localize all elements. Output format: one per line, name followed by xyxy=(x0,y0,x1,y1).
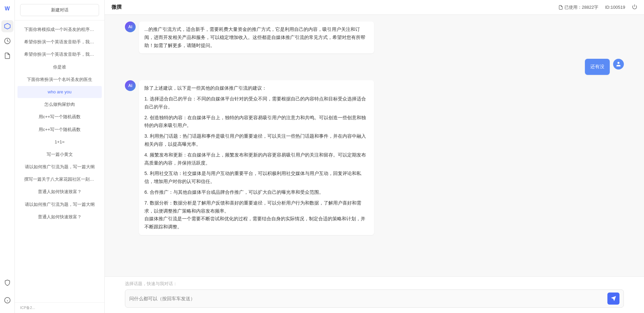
sidebar-item[interactable]: 普通人如何快速致富？ xyxy=(17,211,102,223)
ai-summary: 自媒体推广引流是一个需要不断尝试和优化的过程，需要结合自身的实际情况，制定合适的… xyxy=(144,215,369,231)
sidebar-item[interactable]: 请以如何推广引流为题，写一篇大纲 xyxy=(17,161,102,173)
header-right: 已使用：28822字 ID:100519 xyxy=(558,4,637,10)
sidebar-item[interactable]: 请以如何推广引流为题，写一篇大纲 xyxy=(17,198,102,211)
nav-home-icon[interactable] xyxy=(1,20,13,32)
ai-tip: 2. 创造独特的内容：在自媒体平台上，独特的内容更容易吸引用户的注意力和共鸣。可… xyxy=(144,114,369,130)
sidebar-item[interactable]: 怎么做狗屎炒肉 xyxy=(17,98,102,110)
sidebar: 新建对话 下面你将模拟成一个叫圣友的程序员，我说...希望你扮演一个英语发音助手… xyxy=(15,0,105,313)
sidebar-item[interactable]: 写一篇小黄文 xyxy=(17,148,102,161)
icon-bar: W xyxy=(0,0,15,313)
message-row: Ai ...的推广引流方式，适合新手，需要耗费大量资金的推广方式，它是利用自己的… xyxy=(125,21,624,53)
sidebar-list: 下面你将模拟成一个叫圣友的程序员，我说...希望你扮演一个英语发音助手，我提供给… xyxy=(15,20,104,302)
svg-point-6 xyxy=(617,62,619,64)
ai-tip: 3. 利用热门话题：热门话题和事件是吸引用户的重要途径，可以关注一些热门话题和事… xyxy=(144,132,369,148)
header-title: 微撰 xyxy=(111,4,122,10)
sidebar-item[interactable]: 撰写一篇关于八大家花园社区一刻钟便民生... xyxy=(17,173,102,185)
send-button[interactable] xyxy=(607,293,619,305)
user-bubble: 还有没 xyxy=(585,59,610,75)
message-row-user: 还有没 xyxy=(125,59,624,75)
user-icon xyxy=(615,61,622,67)
sidebar-item[interactable]: 1+1= xyxy=(17,136,102,148)
sidebar-item[interactable]: 希望你扮演一个英语发音助手，我提供给你... xyxy=(17,48,102,60)
ai-response-row: Ai 除了上述建议，以下是一些其他的自媒体推广引流的建议： 1. 选择适合自己的… xyxy=(125,80,624,235)
sidebar-top: 新建对话 xyxy=(15,0,104,20)
sidebar-item[interactable]: 希望你扮演一个英语发音助手，我提供给你... xyxy=(17,36,102,48)
ai-tip: 6. 合作推广：与其他自媒体平台或品牌合作推广，可以扩大自己的曝光率和受众范围。 xyxy=(144,188,369,196)
chat-input[interactable] xyxy=(129,296,605,301)
sidebar-item[interactable]: 普通人如何快速致富？ xyxy=(17,186,102,198)
svg-marker-8 xyxy=(611,296,616,301)
ai-avatar: Ai xyxy=(125,80,136,91)
header: 微撰 已使用：28822字 ID:100519 xyxy=(105,0,644,15)
sidebar-item[interactable]: 你是谁 xyxy=(17,61,102,73)
sidebar-item[interactable]: 下面你将模拟成一个叫圣友的程序员，我说... xyxy=(17,24,102,36)
quick-topics-label: 选择话题，快速与我对话： xyxy=(125,281,624,287)
truncated-text: ...的推广引流方式，适合新手，需要耗费大量资金的推广方式，它是利用自己的内容，… xyxy=(144,27,365,48)
sidebar-item[interactable]: who are you xyxy=(17,86,102,98)
new-chat-button[interactable]: 新建对话 xyxy=(20,4,99,16)
sidebar-footer: ICP备2... xyxy=(15,302,104,313)
nav-docs-icon[interactable] xyxy=(1,50,13,62)
nav-info-icon[interactable] xyxy=(1,294,13,306)
sidebar-item[interactable]: 用c++写一个随机函数 xyxy=(17,124,102,136)
input-area: 选择话题，快速与我对话： xyxy=(105,276,644,313)
app-logo: W xyxy=(3,4,12,13)
user-avatar xyxy=(613,59,624,70)
ai-bubble: 除了上述建议，以下是一些其他的自媒体推广引流的建议： 1. 选择适合自己的平台：… xyxy=(139,80,374,235)
ai-tip: 4. 频繁发布和更新：在自媒体平台上，频繁发布和更新的内容更容易吸引用户的关注和… xyxy=(144,151,369,167)
ai-intro: 除了上述建议，以下是一些其他的自媒体推广引流的建议： xyxy=(144,84,369,92)
usage-text: 已使用：28822字 xyxy=(564,4,598,10)
input-wrapper xyxy=(125,289,624,308)
bubble: ...的推广引流方式，适合新手，需要耗费大量资金的推广方式，它是利用自己的内容，… xyxy=(139,21,374,53)
nav-shield-icon[interactable] xyxy=(1,277,13,289)
ai-tips: 1. 选择适合自己的平台：不同的自媒体平台针对的受众不同，需要根据自己的内容特点… xyxy=(144,95,369,215)
ai-tip: 5. 利用社交互动：社交媒体是与用户互动的重要平台，可以积极利用社交媒体与用户互… xyxy=(144,170,369,186)
chat-area: Ai ...的推广引流方式，适合新手，需要耗费大量资金的推广方式，它是利用自己的… xyxy=(105,15,644,276)
document-icon xyxy=(558,5,563,10)
bottom-icons xyxy=(1,277,13,309)
avatar: Ai xyxy=(125,21,136,32)
nav-timer-icon[interactable] xyxy=(1,35,13,47)
main-content: 微撰 已使用：28822字 ID:100519 Ai ...的推广引流方式，适合… xyxy=(105,0,644,313)
usage-stat: 已使用：28822字 xyxy=(558,4,598,10)
user-message-text: 还有没 xyxy=(590,64,604,69)
ai-tip: 7. 数据分析：数据分析是了解用户反馈和喜好的重要途径，可以分析用户行为和数据，… xyxy=(144,199,369,215)
sidebar-item[interactable]: 下面你将扮演一个名叫圣友的医生 xyxy=(17,74,102,86)
ai-tip: 1. 选择适合自己的平台：不同的自媒体平台针对的受众不同，需要根据自己的内容特点… xyxy=(144,95,369,111)
power-button[interactable] xyxy=(632,4,637,10)
power-icon xyxy=(632,4,637,9)
send-icon xyxy=(610,296,616,302)
sidebar-item[interactable]: 用c++写一个随机函数 xyxy=(17,111,102,123)
svg-marker-0 xyxy=(4,24,10,29)
user-id: ID:100519 xyxy=(605,5,625,10)
